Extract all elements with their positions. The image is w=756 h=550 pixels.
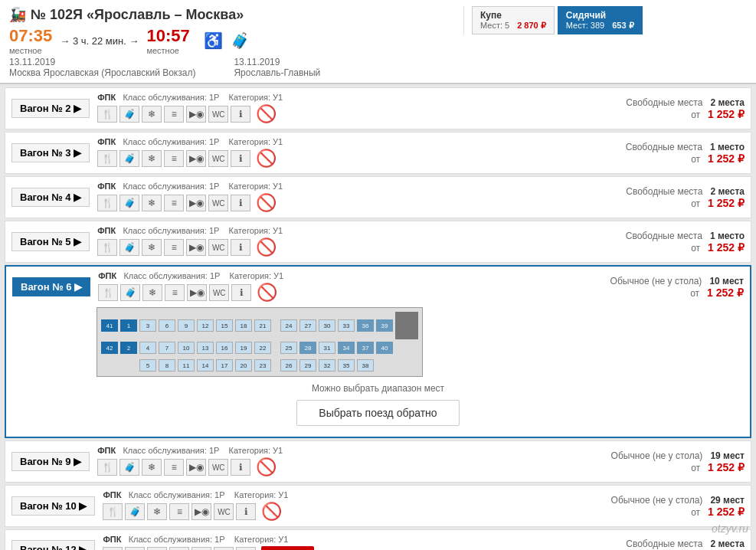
seat-5[interactable]: 5	[139, 359, 156, 372]
sidyachy-price: 653 ₽	[612, 21, 633, 31]
kupe-seats: Мест: 5	[480, 21, 509, 31]
seat-38[interactable]: 38	[357, 359, 374, 372]
train-info: 🚂 № 102Я «Ярославль – Москва» 07:35 мест…	[9, 6, 463, 78]
wagon-6-btn[interactable]: Вагон № 6 ▶	[12, 277, 90, 296]
wagon-10-right: Обычное (не у стола) 29 мест от 1 252 ₽	[611, 495, 745, 518]
back-train-btn[interactable]: Выбрать поезд обратно	[296, 400, 459, 426]
seat-13[interactable]: 13	[197, 342, 214, 354]
icon-naverh[interactable]: Наверх	[258, 546, 314, 550]
seat-9[interactable]: 9	[178, 319, 195, 332]
depart-label: местное	[9, 46, 52, 55]
seat-25[interactable]: 25	[280, 342, 297, 354]
seat-39[interactable]: 39	[376, 319, 393, 332]
seat-21[interactable]: 21	[254, 319, 271, 332]
seat-31[interactable]: 31	[319, 342, 335, 354]
wagon-9-btn[interactable]: Вагон № 9 ▶	[11, 452, 90, 471]
seat-12[interactable]: 12	[197, 319, 214, 332]
seat-20[interactable]: 20	[235, 359, 252, 372]
naverh-btn[interactable]: Наверх	[261, 546, 314, 550]
icon-snow-9: ❄	[142, 459, 162, 476]
seat-16[interactable]: 16	[216, 342, 233, 354]
icon-no-smoke-10: 🚫	[261, 502, 282, 522]
ticket-type-panel: Купе Мест: 5 2 870 ₽ Сидячий Мест: 389 6…	[463, 6, 747, 34]
icon-snow-5: ❄	[142, 239, 162, 256]
icon-media-9: ▶◉	[186, 459, 206, 476]
watermark: otzyv.ru	[712, 522, 748, 535]
kupe-type-btn[interactable]: Купе Мест: 5 2 870 ₽	[472, 6, 555, 34]
icon-wc-10: WC	[214, 503, 234, 520]
wagon-5-right: Свободные места 1 место от 1 252 ₽	[614, 231, 745, 254]
seat-15[interactable]: 15	[216, 319, 233, 332]
icon-wc-3: WC	[208, 150, 228, 167]
wagon-10-btn[interactable]: Вагон № 10 ▶	[11, 496, 95, 516]
icon-bag-9: 🧳	[119, 459, 139, 476]
seat-32[interactable]: 32	[319, 359, 335, 372]
wagon-block-3: Вагон № 3 ▶ ФПК Класс обслуживания: 1Р К…	[5, 132, 751, 174]
seat-41[interactable]: 41	[101, 319, 118, 332]
icon-snow: ❄	[142, 106, 162, 123]
icon-wc-6: WC	[209, 284, 229, 301]
seat-24[interactable]: 24	[280, 319, 297, 332]
seat-26[interactable]: 26	[280, 359, 297, 372]
icon-seat-3: ≡	[164, 150, 184, 167]
back-btn-container: Выбрать поезд обратно	[12, 400, 744, 426]
icon-dining-4: 🍴	[97, 195, 117, 211]
icon-seat-12: ≡	[169, 547, 189, 550]
icon-info-5: ℹ	[231, 239, 250, 256]
icon-info-10: ℹ	[236, 503, 256, 520]
seat-28[interactable]: 28	[299, 342, 316, 354]
seat-30[interactable]: 30	[319, 319, 335, 332]
icon-info: ℹ	[231, 106, 250, 123]
wagon-12-btn[interactable]: Вагон № 12 ▶	[11, 540, 95, 550]
wagon-list: Вагон № 2 ▶ ФПК Класс обслуживания: 1Р К…	[0, 84, 756, 550]
seat-17[interactable]: 17	[216, 359, 233, 372]
seat-3[interactable]: 3	[139, 319, 156, 332]
icon-bag-3: 🧳	[119, 150, 139, 167]
wagon-3-info: ФПК Класс обслуживания: 1Р Категория: У1…	[97, 137, 607, 169]
seat-34[interactable]: 34	[338, 342, 355, 354]
wagon-block-6: Вагон № 6 ▶ ФПК Класс обслуживания: 1Р К…	[5, 265, 751, 438]
seat-23[interactable]: 23	[254, 359, 271, 372]
wagon-block-12: Вагон № 12 ▶ ФПК Класс обслуживания: 1Р …	[5, 529, 751, 550]
seat-14[interactable]: 14	[197, 359, 214, 372]
icon-seat-5: ≡	[164, 239, 184, 256]
seat-40[interactable]: 40	[376, 342, 393, 354]
seat-1[interactable]: 1	[120, 319, 137, 332]
seat-37[interactable]: 37	[357, 342, 374, 354]
icon-seat-10: ≡	[169, 503, 189, 520]
wagon-block-2: Вагон № 2 ▶ ФПК Класс обслуживания: 1Р К…	[5, 87, 751, 129]
seat-6[interactable]: 6	[159, 319, 175, 332]
wagon-4-btn[interactable]: Вагон № 4 ▶	[11, 188, 90, 207]
icon-dining-5: 🍴	[97, 239, 117, 256]
icon-seat-4: ≡	[164, 195, 184, 211]
seat-8[interactable]: 8	[159, 359, 175, 372]
wagon-3-btn[interactable]: Вагон № 3 ▶	[11, 143, 90, 162]
seat-27[interactable]: 27	[299, 319, 316, 332]
icon-dining-9: 🍴	[97, 459, 117, 476]
seat-10[interactable]: 10	[178, 342, 195, 354]
arrive-time: 10:57	[146, 26, 189, 46]
seat-7[interactable]: 7	[159, 342, 175, 354]
wagon-block-4: Вагон № 4 ▶ ФПК Класс обслуживания: 1Р К…	[5, 176, 751, 218]
sidyachy-type-btn[interactable]: Сидячий Мест: 389 653 ₽	[558, 6, 643, 34]
wagon-12-right: Свободные места 2 места от 1 252 ₽	[614, 539, 745, 551]
seat-36[interactable]: 36	[357, 319, 374, 332]
seat-22[interactable]: 22	[254, 342, 271, 354]
wagon-2-btn[interactable]: Вагон № 2 ▶	[11, 99, 90, 118]
seat-33[interactable]: 33	[338, 319, 355, 332]
seat-11[interactable]: 11	[178, 359, 195, 372]
seat-19[interactable]: 19	[235, 342, 252, 354]
depart-date: 13.11.2019	[9, 57, 195, 67]
seat-18[interactable]: 18	[235, 319, 252, 332]
wagon-5-info: ФПК Класс обслуживания: 1Р Категория: У1…	[97, 226, 607, 257]
seat-35[interactable]: 35	[338, 359, 355, 372]
seat-29[interactable]: 29	[299, 359, 316, 372]
wagon-4-right: Свободные места 2 места от 1 252 ₽	[614, 186, 745, 209]
seat-42[interactable]: 42	[101, 342, 118, 354]
icon-media-5: ▶◉	[186, 239, 206, 256]
range-hint: Можно выбрать диапазон мест	[12, 383, 744, 394]
wagon-5-btn[interactable]: Вагон № 5 ▶	[11, 232, 90, 251]
seat-2[interactable]: 2	[120, 342, 137, 354]
icon-no-smoke-4: 🚫	[256, 193, 277, 213]
seat-4[interactable]: 4	[139, 342, 156, 354]
